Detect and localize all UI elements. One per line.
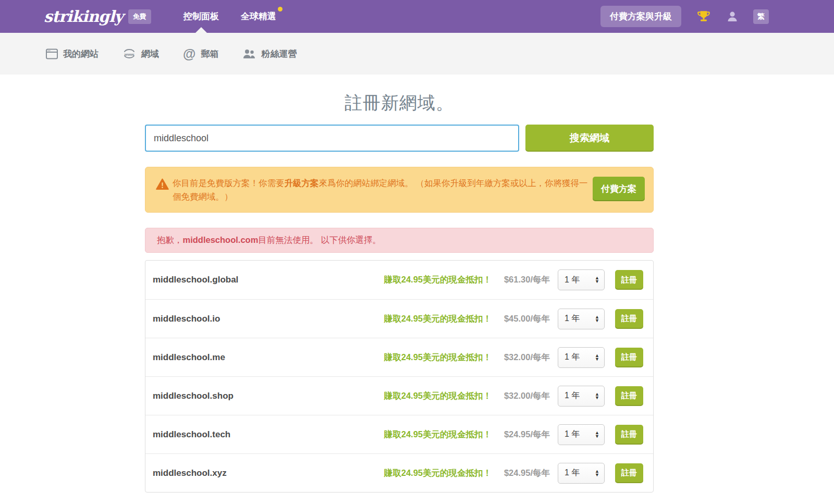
- promo-text: 賺取24.95美元的現金抵扣！: [384, 468, 492, 479]
- domain-unavailable-banner: 抱歉，middleschool.com目前無法使用。 以下供你選擇。: [145, 228, 654, 253]
- domain-results-table: middleschool.global 賺取24.95美元的現金抵扣！ $61.…: [145, 260, 654, 493]
- term-select[interactable]: 1 年 ▲▼: [558, 269, 605, 290]
- browser-icon: [46, 48, 58, 59]
- notification-dot: [278, 7, 283, 11]
- subnav-item-email[interactable]: @ 郵箱: [183, 47, 218, 60]
- header-right: 付費方案與升級 繁: [600, 6, 769, 27]
- domain-name: middleschool.me: [153, 352, 384, 363]
- domain-name: middleschool.xyz: [153, 468, 384, 478]
- term-select[interactable]: 1 年 ▲▼: [558, 424, 605, 445]
- at-icon: @: [183, 47, 195, 60]
- domain-price: $32.00/每年: [492, 390, 550, 402]
- promo-text: 賺取24.95美元的現金抵扣！: [384, 390, 492, 402]
- term-select-value: 1 年: [565, 313, 580, 324]
- select-stepper-icon: ▲▼: [595, 431, 599, 438]
- domain-row: middleschool.tech 賺取24.95美元的現金抵扣！ $24.95…: [145, 415, 653, 453]
- svg-text:www: www: [124, 52, 134, 57]
- plan-badge: 免費: [128, 9, 151, 24]
- nav-item-dashboard[interactable]: 控制面板: [183, 0, 219, 33]
- term-select[interactable]: 1 年 ▲▼: [558, 347, 605, 368]
- domain-name: middleschool.tech: [153, 429, 384, 440]
- subnav-item-audience[interactable]: 粉絲運營: [242, 48, 297, 60]
- www-globe-icon: www: [122, 48, 136, 59]
- warning-triangle-icon: [156, 178, 169, 192]
- active-tab-caret: [195, 27, 207, 33]
- subnav-label-my-sites: 我的網站: [63, 48, 99, 60]
- promo-text: 賺取24.95美元的現金抵扣！: [384, 274, 492, 286]
- domain-price: $45.00/每年: [492, 313, 550, 325]
- domain-row: middleschool.xyz 賺取24.95美元的現金抵扣！ $24.95/…: [145, 453, 653, 492]
- subnav-item-my-sites[interactable]: 我的網站: [46, 48, 99, 60]
- subnav-item-domains[interactable]: www 網域: [122, 48, 159, 60]
- strikingly-logo[interactable]: strikingly: [44, 7, 123, 26]
- domain-price: $61.30/每年: [492, 274, 550, 286]
- register-button[interactable]: 註冊: [615, 309, 643, 329]
- select-stepper-icon: ▲▼: [595, 276, 599, 284]
- term-select[interactable]: 1 年 ▲▼: [558, 309, 605, 329]
- register-button[interactable]: 註冊: [615, 348, 643, 367]
- select-stepper-icon: ▲▼: [595, 470, 599, 477]
- top-nav: 控制面板 全球精選: [183, 0, 276, 33]
- select-stepper-icon: ▲▼: [595, 354, 599, 361]
- nav-item-dashboard-label: 控制面板: [183, 10, 219, 22]
- domain-price: $24.95/每年: [492, 429, 550, 440]
- domain-row: middleschool.shop 賺取24.95美元的現金抵扣！ $32.00…: [145, 376, 653, 415]
- promo-text: 賺取24.95美元的現金抵扣！: [384, 313, 492, 325]
- term-select-value: 1 年: [565, 275, 580, 286]
- subnav-label-domains: 網域: [141, 48, 159, 60]
- term-select-value: 1 年: [565, 352, 580, 363]
- promo-text: 賺取24.95美元的現金抵扣！: [384, 429, 492, 440]
- domain-price: $32.00/每年: [492, 352, 550, 363]
- register-button[interactable]: 註冊: [615, 270, 643, 290]
- nav-item-discover[interactable]: 全球精選: [241, 0, 276, 33]
- secondary-nav: 我的網站 www 網域 @ 郵箱 粉絲運營: [0, 33, 834, 75]
- top-header: strikingly 免費 控制面板 全球精選 付費方案與升級: [0, 0, 834, 33]
- promo-text: 賺取24.95美元的現金抵扣！: [384, 352, 492, 363]
- warning-text: 你目前是免費版方案！你需要升級方案來爲你的網站綁定網域。 （如果你升級到年繳方案…: [173, 176, 590, 203]
- domain-name: middleschool.io: [153, 314, 384, 324]
- select-stepper-icon: ▲▼: [595, 392, 599, 400]
- term-select-value: 1 年: [565, 468, 580, 478]
- search-domain-button[interactable]: 搜索網域: [525, 125, 654, 152]
- register-button[interactable]: 註冊: [615, 386, 643, 406]
- term-select-value: 1 年: [565, 390, 580, 401]
- domain-search-input[interactable]: [145, 125, 519, 152]
- upgrade-warning-banner: 你目前是免費版方案！你需要升級方案來爲你的網站綁定網域。 （如果你升級到年繳方案…: [145, 167, 654, 213]
- nav-item-discover-label: 全球精選: [241, 10, 276, 22]
- term-select-value: 1 年: [565, 429, 580, 440]
- register-button[interactable]: 註冊: [615, 463, 643, 483]
- upgrade-plans-button[interactable]: 付費方案與升級: [600, 6, 681, 27]
- subnav-label-audience: 粉絲運營: [261, 48, 297, 60]
- select-stepper-icon: ▲▼: [595, 315, 599, 323]
- domain-name: middleschool.global: [153, 275, 384, 285]
- subnav-label-email: 郵箱: [201, 48, 218, 60]
- paid-plans-button[interactable]: 付費方案: [593, 177, 645, 201]
- register-button[interactable]: 註冊: [615, 425, 643, 445]
- page-title: 註冊新網域。: [145, 91, 654, 115]
- domain-row: middleschool.io 賺取24.95美元的現金抵扣！ $45.00/每…: [145, 299, 653, 338]
- term-select[interactable]: 1 年 ▲▼: [558, 463, 605, 484]
- term-select[interactable]: 1 年 ▲▼: [558, 386, 605, 407]
- people-icon: [242, 48, 256, 59]
- language-badge[interactable]: 繁: [753, 9, 769, 24]
- main-content: 註冊新網域。 搜索網域 你目前是免費版方案！你需要升級方案來爲你的網站綁定網域。…: [145, 91, 654, 504]
- domain-name: middleschool.shop: [153, 391, 384, 401]
- domain-row: middleschool.me 賺取24.95美元的現金抵扣！ $32.00/每…: [145, 338, 653, 376]
- domain-row: middleschool.global 賺取24.95美元的現金抵扣！ $61.…: [145, 261, 653, 299]
- domain-price: $24.95/每年: [492, 468, 550, 479]
- account-icon[interactable]: [726, 10, 739, 23]
- trophy-icon[interactable]: [697, 10, 710, 23]
- domain-search-row: 搜索網域: [145, 125, 654, 152]
